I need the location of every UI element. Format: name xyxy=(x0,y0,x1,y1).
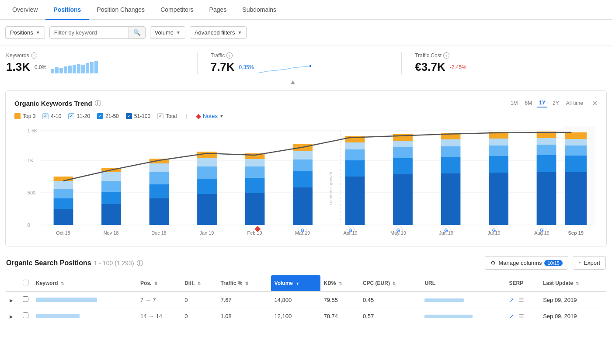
svg-rect-32 xyxy=(245,178,265,193)
row-2-link-icon[interactable]: ↗ xyxy=(509,313,514,319)
volume-dropdown[interactable]: Volume ▼ xyxy=(150,26,185,39)
time-all[interactable]: All time xyxy=(564,99,585,107)
svg-text:Dec 18: Dec 18 xyxy=(151,230,167,236)
svg-text:1.5K: 1.5K xyxy=(28,128,38,133)
col-keyword[interactable]: Keyword ⇅ xyxy=(32,275,137,292)
col-kd[interactable]: KD% ⇅ xyxy=(320,275,359,292)
tab-subdomains[interactable]: Subdomains xyxy=(234,0,284,20)
col-traffic-pct[interactable]: Traffic % ⇅ xyxy=(217,275,271,292)
svg-rect-22 xyxy=(150,184,169,198)
positions-dropdown[interactable]: Positions ▼ xyxy=(5,26,45,39)
svg-rect-15 xyxy=(54,177,73,181)
svg-text:Feb 19: Feb 19 xyxy=(247,230,262,236)
expand-row-1[interactable]: ▶ xyxy=(10,298,13,303)
svg-rect-12 xyxy=(54,198,73,209)
select-all-checkbox[interactable] xyxy=(23,280,28,285)
svg-rect-64 xyxy=(537,138,556,145)
svg-rect-56 xyxy=(489,173,508,225)
svg-text:1K: 1K xyxy=(28,158,34,163)
col-url: URL xyxy=(421,275,505,292)
export-button[interactable]: ↑ Export xyxy=(573,256,606,270)
svg-rect-43 xyxy=(345,149,365,160)
traffic-value-row: 7.7K 0.35% xyxy=(211,60,389,74)
svg-text:Sep 19: Sep 19 xyxy=(568,230,584,236)
pos-sort-icon: ⇅ xyxy=(154,281,158,286)
table-actions: ⚙ Manage columns 10/15 ↑ Export xyxy=(485,256,606,270)
col-last-update[interactable]: Last Update ⇅ xyxy=(539,275,606,292)
traffic-info-icon[interactable]: i xyxy=(226,52,233,59)
volume-label: Volume xyxy=(155,29,174,36)
search-input[interactable] xyxy=(50,27,129,38)
svg-rect-13 xyxy=(54,189,73,198)
svg-text:Jul 19: Jul 19 xyxy=(487,230,500,236)
table-info-icon[interactable]: i xyxy=(137,260,143,266)
svg-rect-16 xyxy=(101,204,121,225)
row-1-link-icon[interactable]: ↗ xyxy=(509,297,514,303)
svg-text:May 19: May 19 xyxy=(390,230,406,236)
legend-21-50[interactable]: ✓ 21-50 xyxy=(97,113,119,119)
notes-button[interactable]: ◆ Notes ▼ xyxy=(196,112,224,120)
row-1-volume: 14,800 xyxy=(271,291,320,308)
row-1-doc-icon[interactable]: ☰ xyxy=(519,297,524,303)
tab-positions[interactable]: Positions xyxy=(45,0,89,20)
svg-rect-59 xyxy=(489,139,508,146)
tab-position-changes[interactable]: Position Changes xyxy=(89,0,153,20)
search-button[interactable]: 🔍 xyxy=(129,27,145,38)
col-checkbox[interactable] xyxy=(19,275,32,292)
advanced-filters-dropdown[interactable]: Advanced filters ▼ xyxy=(190,26,247,39)
legend-11-20[interactable]: ✓ 11-20 xyxy=(68,113,90,119)
manage-columns-button[interactable]: ⚙ Manage columns 10/15 xyxy=(485,256,568,270)
legend-total[interactable]: ✓ Total xyxy=(157,113,177,119)
notes-chevron-icon: ▼ xyxy=(219,114,224,118)
svg-rect-38 xyxy=(293,159,313,171)
search-icon: 🔍 xyxy=(133,29,141,36)
traffic-sort-icon: ⇅ xyxy=(245,281,249,286)
keywords-change: 0.0% xyxy=(35,64,46,70)
svg-rect-71 xyxy=(565,132,587,139)
traffic-cost-value-row: €3.7K -2.45% xyxy=(415,60,593,74)
tab-competitors[interactable]: Competitors xyxy=(153,0,201,20)
row-1-date: Sep 09, 2019 xyxy=(539,291,606,308)
col-pos[interactable]: Pos. ⇅ xyxy=(137,275,181,292)
tab-overview[interactable]: Overview xyxy=(4,0,45,20)
notes-diamond-icon: ◆ xyxy=(196,112,201,120)
legend-top3[interactable]: Top 3 xyxy=(14,113,35,119)
col-cpc[interactable]: CPC (EUR) ⇅ xyxy=(359,275,421,292)
legend-4-10[interactable]: ✓ 4-10 xyxy=(42,113,61,119)
chart-info-icon[interactable]: i xyxy=(95,100,101,106)
row-2-kd: 78.74 xyxy=(320,308,359,324)
col-volume[interactable]: Volume ▼ xyxy=(271,275,320,292)
chevron-down-icon2: ▼ xyxy=(176,30,181,35)
svg-rect-28 xyxy=(197,166,217,179)
chart-header: Organic Keywords Trend i 1M 6M 1Y 2Y All… xyxy=(14,99,598,120)
chart-close-icon[interactable]: ✕ xyxy=(592,99,598,107)
row-2-checkbox[interactable] xyxy=(23,312,28,318)
time-2y[interactable]: 2Y xyxy=(551,99,561,107)
legend-51-100[interactable]: ✓ 51-100 xyxy=(126,113,150,119)
tab-pages[interactable]: Pages xyxy=(202,0,235,20)
svg-rect-62 xyxy=(537,155,556,172)
svg-rect-49 xyxy=(393,141,413,147)
table-row: ▶ 7 → 7 0 7.67 14,800 79.55 0.45 xyxy=(6,291,606,308)
svg-text:500: 500 xyxy=(28,190,35,195)
svg-text:Aug 19: Aug 19 xyxy=(534,230,549,236)
svg-point-0 xyxy=(309,65,311,67)
svg-text:Jan 19: Jan 19 xyxy=(200,230,214,236)
svg-rect-67 xyxy=(565,172,587,225)
svg-rect-47 xyxy=(393,158,413,174)
time-6m[interactable]: 6M xyxy=(523,99,534,107)
table-range: 1 - 100 (1,293) xyxy=(94,260,134,267)
col-diff[interactable]: Diff. ⇅ xyxy=(181,275,217,292)
traffic-label: Traffic i xyxy=(211,52,389,59)
svg-rect-29 xyxy=(197,158,217,166)
time-1m[interactable]: 1M xyxy=(509,99,520,107)
cpc-sort-icon: ⇅ xyxy=(393,281,396,286)
traffic-cost-info-icon[interactable]: i xyxy=(443,52,449,59)
row-2-doc-icon[interactable]: ☰ xyxy=(519,313,524,319)
table-title: Organic Search Positions 1 - 100 (1,293)… xyxy=(6,259,143,267)
time-1y[interactable]: 1Y xyxy=(537,99,547,107)
row-1-checkbox[interactable] xyxy=(23,296,28,302)
keywords-info-icon[interactable]: i xyxy=(31,52,37,59)
row-2-date: Sep 09, 2019 xyxy=(539,308,606,324)
expand-row-2[interactable]: ▶ xyxy=(10,314,13,319)
